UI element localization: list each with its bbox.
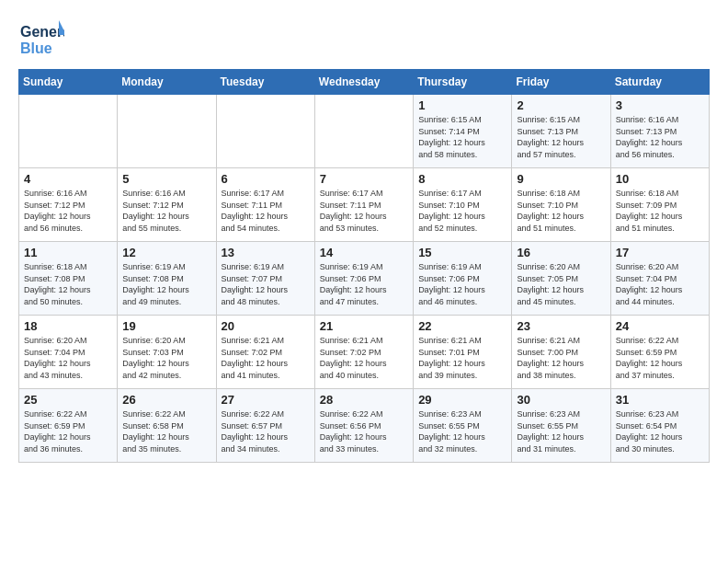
calendar-cell: 15Sunrise: 6:19 AM Sunset: 7:06 PM Dayli…	[414, 242, 512, 316]
day-number: 1	[418, 98, 506, 112]
weekday-header-wednesday: Wednesday	[314, 70, 413, 95]
calendar-cell: 4Sunrise: 6:16 AM Sunset: 7:12 PM Daylig…	[19, 168, 118, 242]
calendar-cell: 19Sunrise: 6:20 AM Sunset: 7:03 PM Dayli…	[118, 316, 216, 389]
logo-svg: General Blue	[18, 18, 64, 60]
day-number: 17	[616, 246, 704, 259]
day-number: 26	[122, 393, 210, 407]
day-info: Sunrise: 6:18 AM Sunset: 7:09 PM Dayligh…	[616, 188, 704, 234]
day-number: 19	[122, 319, 210, 333]
day-number: 21	[320, 319, 408, 333]
calendar-cell: 21Sunrise: 6:21 AM Sunset: 7:02 PM Dayli…	[314, 316, 413, 389]
day-info: Sunrise: 6:20 AM Sunset: 7:04 PM Dayligh…	[24, 335, 112, 381]
day-info: Sunrise: 6:19 AM Sunset: 7:08 PM Dayligh…	[122, 261, 210, 307]
day-number: 24	[616, 319, 704, 333]
calendar-cell: 1Sunrise: 6:15 AM Sunset: 7:14 PM Daylig…	[414, 95, 512, 168]
calendar-cell: 12Sunrise: 6:19 AM Sunset: 7:08 PM Dayli…	[118, 242, 216, 316]
weekday-header-friday: Friday	[512, 70, 610, 95]
calendar-cell: 10Sunrise: 6:18 AM Sunset: 7:09 PM Dayli…	[610, 168, 709, 242]
day-number: 12	[122, 246, 210, 259]
day-info: Sunrise: 6:18 AM Sunset: 7:10 PM Dayligh…	[517, 188, 605, 234]
calendar-cell: 5Sunrise: 6:16 AM Sunset: 7:12 PM Daylig…	[118, 168, 216, 242]
day-number: 9	[517, 172, 605, 186]
day-number: 31	[616, 393, 704, 407]
day-number: 25	[24, 393, 112, 407]
logo: General Blue	[18, 18, 64, 60]
calendar-cell: 13Sunrise: 6:19 AM Sunset: 7:07 PM Dayli…	[216, 242, 314, 316]
day-info: Sunrise: 6:16 AM Sunset: 7:12 PM Dayligh…	[24, 188, 112, 234]
day-number: 30	[517, 393, 605, 407]
day-number: 4	[24, 172, 112, 186]
day-info: Sunrise: 6:15 AM Sunset: 7:14 PM Dayligh…	[418, 114, 506, 160]
day-info: Sunrise: 6:23 AM Sunset: 6:55 PM Dayligh…	[517, 408, 605, 454]
day-info: Sunrise: 6:21 AM Sunset: 7:02 PM Dayligh…	[222, 335, 310, 381]
day-info: Sunrise: 6:22 AM Sunset: 6:57 PM Dayligh…	[222, 408, 310, 454]
calendar-cell: 7Sunrise: 6:17 AM Sunset: 7:11 PM Daylig…	[314, 168, 413, 242]
day-number: 22	[418, 319, 506, 333]
day-number: 29	[418, 393, 506, 407]
week-row-3: 11Sunrise: 6:18 AM Sunset: 7:08 PM Dayli…	[19, 242, 710, 316]
week-row-1: 1Sunrise: 6:15 AM Sunset: 7:14 PM Daylig…	[19, 95, 710, 168]
day-number: 8	[418, 172, 506, 186]
day-info: Sunrise: 6:16 AM Sunset: 7:12 PM Dayligh…	[122, 188, 210, 234]
day-number: 13	[222, 246, 310, 259]
calendar-cell	[314, 95, 413, 168]
day-info: Sunrise: 6:19 AM Sunset: 7:06 PM Dayligh…	[418, 261, 506, 307]
day-number: 20	[222, 319, 310, 333]
calendar-cell: 2Sunrise: 6:15 AM Sunset: 7:13 PM Daylig…	[512, 95, 610, 168]
day-info: Sunrise: 6:20 AM Sunset: 7:03 PM Dayligh…	[122, 335, 210, 381]
svg-text:General: General	[20, 24, 64, 40]
day-info: Sunrise: 6:16 AM Sunset: 7:13 PM Dayligh…	[616, 114, 704, 160]
week-row-2: 4Sunrise: 6:16 AM Sunset: 7:12 PM Daylig…	[19, 168, 710, 242]
calendar-cell	[118, 95, 216, 168]
day-info: Sunrise: 6:17 AM Sunset: 7:10 PM Dayligh…	[418, 188, 506, 234]
weekday-header-monday: Monday	[118, 70, 216, 95]
day-info: Sunrise: 6:22 AM Sunset: 6:59 PM Dayligh…	[616, 335, 704, 381]
day-number: 3	[616, 98, 704, 112]
day-info: Sunrise: 6:20 AM Sunset: 7:05 PM Dayligh…	[517, 261, 605, 307]
day-number: 23	[517, 319, 605, 333]
day-info: Sunrise: 6:23 AM Sunset: 6:55 PM Dayligh…	[418, 408, 506, 454]
day-number: 10	[616, 172, 704, 186]
calendar-cell: 26Sunrise: 6:22 AM Sunset: 6:58 PM Dayli…	[118, 389, 216, 463]
day-number: 27	[222, 393, 310, 407]
calendar-cell: 9Sunrise: 6:18 AM Sunset: 7:10 PM Daylig…	[512, 168, 610, 242]
day-number: 18	[24, 319, 112, 333]
day-number: 7	[320, 172, 408, 186]
calendar-cell: 18Sunrise: 6:20 AM Sunset: 7:04 PM Dayli…	[19, 316, 118, 389]
day-info: Sunrise: 6:17 AM Sunset: 7:11 PM Dayligh…	[222, 188, 310, 234]
calendar-cell: 27Sunrise: 6:22 AM Sunset: 6:57 PM Dayli…	[216, 389, 314, 463]
calendar-cell: 16Sunrise: 6:20 AM Sunset: 7:05 PM Dayli…	[512, 242, 610, 316]
calendar-cell: 14Sunrise: 6:19 AM Sunset: 7:06 PM Dayli…	[314, 242, 413, 316]
day-info: Sunrise: 6:19 AM Sunset: 7:07 PM Dayligh…	[222, 261, 310, 307]
calendar-cell: 11Sunrise: 6:18 AM Sunset: 7:08 PM Dayli…	[19, 242, 118, 316]
week-row-4: 18Sunrise: 6:20 AM Sunset: 7:04 PM Dayli…	[19, 316, 710, 389]
day-info: Sunrise: 6:21 AM Sunset: 7:00 PM Dayligh…	[517, 335, 605, 381]
weekday-header-thursday: Thursday	[414, 70, 512, 95]
calendar-cell: 17Sunrise: 6:20 AM Sunset: 7:04 PM Dayli…	[610, 242, 709, 316]
day-info: Sunrise: 6:21 AM Sunset: 7:01 PM Dayligh…	[418, 335, 506, 381]
day-info: Sunrise: 6:21 AM Sunset: 7:02 PM Dayligh…	[320, 335, 408, 381]
calendar-cell	[216, 95, 314, 168]
calendar-cell: 31Sunrise: 6:23 AM Sunset: 6:54 PM Dayli…	[610, 389, 709, 463]
calendar-cell: 23Sunrise: 6:21 AM Sunset: 7:00 PM Dayli…	[512, 316, 610, 389]
day-info: Sunrise: 6:22 AM Sunset: 6:56 PM Dayligh…	[320, 408, 408, 454]
weekday-header-row: SundayMondayTuesdayWednesdayThursdayFrid…	[19, 70, 710, 95]
day-info: Sunrise: 6:22 AM Sunset: 6:59 PM Dayligh…	[24, 408, 112, 454]
day-info: Sunrise: 6:20 AM Sunset: 7:04 PM Dayligh…	[616, 261, 704, 307]
day-number: 28	[320, 393, 408, 407]
calendar-cell: 8Sunrise: 6:17 AM Sunset: 7:10 PM Daylig…	[414, 168, 512, 242]
calendar-cell: 20Sunrise: 6:21 AM Sunset: 7:02 PM Dayli…	[216, 316, 314, 389]
day-info: Sunrise: 6:15 AM Sunset: 7:13 PM Dayligh…	[517, 114, 605, 160]
day-number: 14	[320, 246, 408, 259]
day-info: Sunrise: 6:23 AM Sunset: 6:54 PM Dayligh…	[616, 408, 704, 454]
weekday-header-tuesday: Tuesday	[216, 70, 314, 95]
calendar-cell: 29Sunrise: 6:23 AM Sunset: 6:55 PM Dayli…	[414, 389, 512, 463]
day-info: Sunrise: 6:18 AM Sunset: 7:08 PM Dayligh…	[24, 261, 112, 307]
calendar-cell: 3Sunrise: 6:16 AM Sunset: 7:13 PM Daylig…	[610, 95, 709, 168]
week-row-5: 25Sunrise: 6:22 AM Sunset: 6:59 PM Dayli…	[19, 389, 710, 463]
calendar-cell: 6Sunrise: 6:17 AM Sunset: 7:11 PM Daylig…	[216, 168, 314, 242]
calendar-cell: 30Sunrise: 6:23 AM Sunset: 6:55 PM Dayli…	[512, 389, 610, 463]
calendar-cell	[19, 95, 118, 168]
day-number: 6	[222, 172, 310, 186]
day-info: Sunrise: 6:22 AM Sunset: 6:58 PM Dayligh…	[122, 408, 210, 454]
